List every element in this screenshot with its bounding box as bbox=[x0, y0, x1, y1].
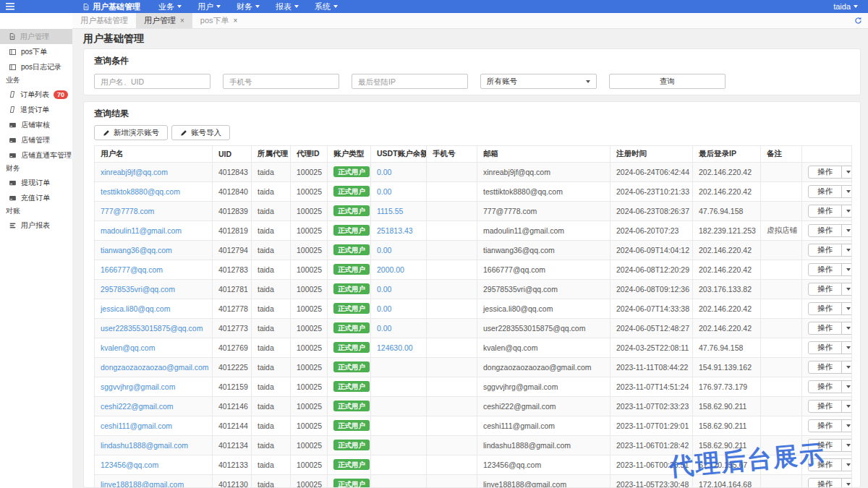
action-button[interactable]: 操作 bbox=[809, 322, 841, 334]
action-dropdown-toggle[interactable] bbox=[841, 244, 852, 256]
action-dropdown-toggle[interactable] bbox=[841, 420, 852, 432]
sidebar-item[interactable]: 店铺直通车管理 bbox=[0, 147, 72, 163]
action-dropdown-toggle[interactable] bbox=[841, 440, 852, 451]
action-dropdown-toggle[interactable] bbox=[841, 361, 852, 373]
action-dropdown-toggle[interactable] bbox=[841, 303, 852, 314]
sidebar-item[interactable]: 充值订单 bbox=[0, 190, 72, 205]
action-button[interactable]: 操作 bbox=[809, 225, 841, 236]
username-link[interactable]: linye188188@gmail.com bbox=[101, 480, 184, 488]
action-button[interactable]: 操作 bbox=[809, 479, 841, 488]
sidebar-item[interactable]: 订单列表70 bbox=[0, 87, 72, 102]
sidebar-item-label: pos日志记录 bbox=[21, 62, 61, 72]
sidebar-item[interactable]: pos下单 bbox=[0, 44, 72, 59]
navbar-menu-4[interactable]: 系统 bbox=[307, 0, 346, 13]
action-dropdown-toggle[interactable] bbox=[841, 283, 852, 295]
balance-link[interactable]: 0.00 bbox=[377, 285, 391, 294]
add-demo-account-button[interactable]: 新增演示账号 bbox=[94, 125, 168, 140]
action-dropdown-toggle[interactable] bbox=[841, 401, 852, 412]
action-button[interactable]: 操作 bbox=[809, 264, 841, 275]
sidebar-item[interactable]: 退货订单 bbox=[0, 102, 72, 117]
close-icon[interactable]: × bbox=[234, 17, 238, 25]
uid-cell: 4012773 bbox=[218, 324, 248, 333]
action-button[interactable]: 操作 bbox=[809, 283, 841, 295]
action-dropdown-toggle[interactable] bbox=[841, 225, 852, 236]
action-dropdown-toggle[interactable] bbox=[841, 166, 852, 178]
username-link[interactable]: dongzaozaozaozao@gmail.com bbox=[101, 363, 209, 372]
table-header-cell: UID bbox=[213, 146, 252, 163]
username-link[interactable]: 777@7778.com bbox=[101, 207, 154, 215]
close-icon[interactable]: × bbox=[180, 17, 184, 25]
action-button[interactable]: 操作 bbox=[809, 342, 841, 354]
action-dropdown-toggle[interactable] bbox=[841, 264, 852, 275]
sidebar-item[interactable]: 店铺审核 bbox=[0, 117, 72, 132]
username-link[interactable]: jessica.li80@qq.com bbox=[101, 304, 170, 313]
balance-link[interactable]: 0.00 bbox=[377, 324, 391, 333]
tab-1[interactable]: 用户管理× bbox=[136, 13, 192, 28]
tab-2[interactable]: pos下单× bbox=[192, 13, 246, 28]
action-dropdown-toggle[interactable] bbox=[841, 186, 852, 197]
navbar-menu-0[interactable]: 业务 bbox=[150, 0, 190, 13]
balance-link[interactable]: 124630.00 bbox=[377, 343, 413, 352]
username-link[interactable]: sggvvjhrg@gmail.com bbox=[101, 382, 175, 391]
action-dropdown-toggle[interactable] bbox=[841, 459, 852, 471]
action-dropdown-toggle[interactable] bbox=[841, 342, 852, 354]
balance-link[interactable]: 251813.43 bbox=[377, 226, 413, 235]
action-dropdown-toggle[interactable] bbox=[841, 205, 852, 217]
sidebar-item[interactable]: pos日志记录 bbox=[0, 59, 72, 74]
action-dropdown-toggle[interactable] bbox=[841, 479, 852, 488]
account-type-select[interactable]: 所有账号 bbox=[480, 74, 597, 89]
action-button[interactable]: 操作 bbox=[809, 166, 841, 178]
action-button[interactable]: 操作 bbox=[809, 186, 841, 197]
action-button[interactable]: 操作 bbox=[809, 459, 841, 471]
action-button[interactable]: 操作 bbox=[809, 205, 841, 217]
username-link[interactable]: ceshi222@gmail.com bbox=[101, 402, 174, 411]
username-link[interactable]: ceshi111@gmail.com bbox=[101, 421, 172, 430]
query-button[interactable]: 查询 bbox=[609, 74, 726, 89]
balance-link[interactable]: 0.00 bbox=[377, 168, 391, 176]
username-link[interactable]: tianwang36@qq.com bbox=[101, 246, 172, 254]
action-button[interactable]: 操作 bbox=[809, 440, 841, 451]
phone-input[interactable] bbox=[223, 74, 339, 89]
action-button[interactable]: 操作 bbox=[809, 381, 841, 393]
action-button[interactable]: 操作 bbox=[809, 244, 841, 256]
chevron-down-icon bbox=[294, 5, 299, 8]
username-link[interactable]: kvalen@qq.com bbox=[101, 343, 155, 352]
username-link[interactable]: xinreabj9jf@qq.com bbox=[101, 168, 168, 176]
username-link[interactable]: testtiktok8880@qq.com bbox=[101, 187, 180, 196]
navbar-menu-2[interactable]: 财务 bbox=[229, 0, 268, 13]
balance-link[interactable]: 0.00 bbox=[377, 187, 391, 196]
action-button[interactable]: 操作 bbox=[809, 361, 841, 373]
username-link[interactable]: madoulin11@gmail.com bbox=[101, 226, 182, 235]
username-link[interactable]: 29578535vri@qq.com bbox=[101, 285, 175, 294]
import-account-button[interactable]: 账号导入 bbox=[171, 125, 230, 140]
action-button[interactable]: 操作 bbox=[809, 303, 841, 314]
balance-link[interactable]: 0.00 bbox=[377, 304, 391, 313]
sidebar-item[interactable]: 用户报表 bbox=[0, 218, 72, 233]
username-link[interactable]: user2283553015875@qq.com bbox=[101, 324, 203, 333]
action-button[interactable]: 操作 bbox=[809, 420, 841, 432]
navbar-menu-1[interactable]: 用户 bbox=[190, 0, 229, 13]
balance-link[interactable]: 0.00 bbox=[377, 246, 391, 254]
username-link[interactable]: lindashu1888@gmail.com bbox=[101, 441, 188, 450]
last-login-ip-input[interactable] bbox=[352, 74, 468, 89]
tab-0[interactable]: 用户基础管理 bbox=[72, 13, 136, 28]
sidebar-item[interactable]: 提现订单 bbox=[0, 175, 72, 190]
agent-cell: taida bbox=[258, 363, 274, 372]
username-link[interactable]: 123456@qq.com bbox=[101, 461, 158, 469]
balance-link[interactable]: 2000.00 bbox=[377, 265, 404, 274]
user-menu[interactable]: taida bbox=[833, 2, 858, 11]
tab-refresh-button[interactable] bbox=[854, 13, 868, 28]
account-type-badge: 正式用户 bbox=[333, 205, 370, 216]
uid-cell: 4012769 bbox=[218, 343, 248, 352]
action-button[interactable]: 操作 bbox=[809, 401, 841, 412]
username-link[interactable]: 1666777@qq.com bbox=[101, 265, 163, 274]
balance-link[interactable]: 1115.55 bbox=[377, 207, 403, 215]
menu-toggle-icon[interactable] bbox=[0, 3, 20, 10]
username-uid-input[interactable] bbox=[94, 74, 210, 89]
action-dropdown-toggle[interactable] bbox=[841, 381, 852, 393]
sidebar-item[interactable]: 用户管理 bbox=[0, 29, 72, 44]
action-split-button: 操作 bbox=[808, 419, 852, 432]
navbar-menu-3[interactable]: 报表 bbox=[268, 0, 307, 13]
sidebar-item[interactable]: 店铺管理 bbox=[0, 132, 72, 147]
action-dropdown-toggle[interactable] bbox=[841, 322, 852, 334]
